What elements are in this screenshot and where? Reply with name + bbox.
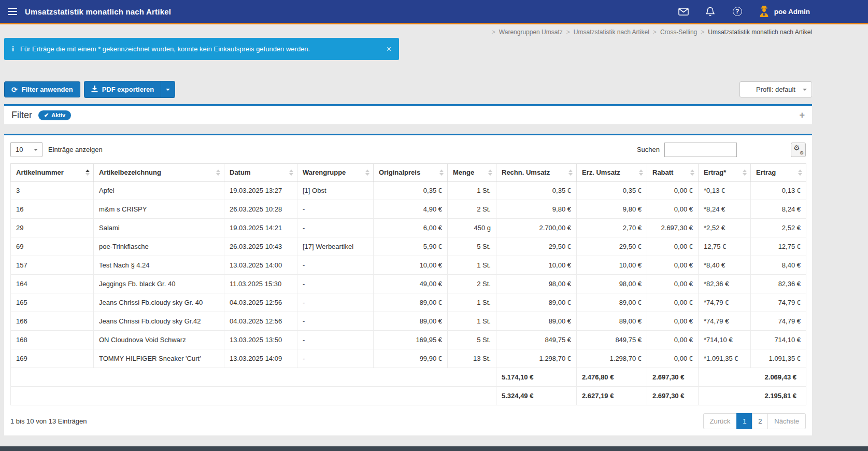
- close-icon[interactable]: ×: [387, 45, 391, 53]
- cell-ertrag: 1.091,35 €: [751, 349, 806, 368]
- sort-carets-icon: [690, 170, 694, 176]
- total-rechn-umsatz: 5.324,49 €: [496, 387, 577, 405]
- column-header-rechn-umsatz[interactable]: Rechn. Umsatz: [496, 164, 577, 181]
- sort-carets-icon: [568, 170, 573, 176]
- user-name: poe Admin: [774, 8, 810, 16]
- pdf-export-button[interactable]: PDF exportieren: [84, 81, 161, 97]
- sort-carets-icon: [439, 170, 444, 176]
- breadcrumb-separator: >: [492, 29, 495, 36]
- gear-icon: ⚙: [793, 144, 800, 151]
- results-table: ArtikelnummerArtikelbezeichnungDatumWare…: [10, 163, 806, 405]
- cell-warengruppe: -: [297, 331, 374, 349]
- cell-artikelbezeichnung: Salami: [94, 219, 224, 237]
- info-alert: i Für Erträge die mit einem * gekennzeic…: [4, 38, 399, 60]
- cell-datum: 04.03.2025 12:56: [224, 293, 297, 312]
- column-header-originalpreis[interactable]: Originalpreis: [374, 164, 448, 181]
- pdf-export-dropdown[interactable]: [161, 81, 175, 97]
- total-ertrag: 2.195,81 €: [699, 387, 806, 405]
- cell-ertrag-star: *74,79 €: [699, 293, 751, 312]
- main-content: > Warengruppen Umsatz > Umsatzstatistik …: [0, 24, 816, 446]
- cell-artikelnummer: 3: [11, 181, 94, 200]
- column-header-warengruppe[interactable]: Warengruppe: [297, 164, 374, 181]
- user-menu[interactable]: poe Admin: [759, 6, 810, 17]
- cell-artikelnummer: 166: [11, 312, 94, 331]
- cell-artikelbezeichnung: Jeans Chrissi Fb.cloudy sky Gr. 40: [94, 293, 224, 312]
- menu-icon[interactable]: [0, 0, 25, 23]
- cell-artikelnummer: 164: [11, 275, 94, 293]
- cell-rechn-umsatz: 89,00 €: [496, 293, 577, 312]
- help-icon[interactable]: ?: [732, 6, 743, 17]
- sort-carets-icon: [488, 170, 492, 176]
- table-row: 166Jeans Chrissi Fb.cloudy sky Gr.4204.0…: [11, 312, 806, 331]
- cell-artikelbezeichnung: Apfel: [94, 181, 224, 200]
- search-input[interactable]: [664, 143, 737, 157]
- cell-datum: 13.03.2025 14:00: [224, 256, 297, 275]
- cell-ertrag-star: *714,10 €: [699, 331, 751, 349]
- table-controls: 10 Einträge anzeigen Suchen ⚙ ⚙: [10, 142, 806, 157]
- cell-datum: 19.03.2025 14:21: [224, 219, 297, 237]
- cell-rechn-umsatz: 849,75 €: [496, 331, 577, 349]
- entries-info: 1 bis 10 von 13 Einträgen: [10, 417, 87, 425]
- column-header-ertrag-star[interactable]: Ertrag*: [699, 164, 751, 181]
- cell-rechn-umsatz: 89,00 €: [496, 312, 577, 331]
- bell-icon[interactable]: [705, 6, 716, 17]
- cell-warengruppe: -: [297, 256, 374, 275]
- page-size-select[interactable]: 10: [10, 142, 42, 157]
- cell-artikelnummer: 16: [11, 200, 94, 219]
- breadcrumb-item[interactable]: Warengruppen Umsatz: [499, 29, 563, 36]
- cell-ertrag: 82,36 €: [751, 275, 806, 293]
- profile-select[interactable]: Profil: default: [739, 81, 812, 97]
- pagination-page-2[interactable]: 2: [752, 413, 768, 429]
- breadcrumb-item[interactable]: Cross-Selling: [660, 29, 697, 36]
- cell-erz-umsatz: 10,00 €: [577, 256, 647, 275]
- mail-icon[interactable]: [678, 6, 689, 17]
- table-foot: 5.174,10 €2.476,80 €2.697,30 €2.069,43 €…: [11, 368, 806, 405]
- pagination-next-button[interactable]: Nächste: [767, 413, 806, 429]
- column-header-artikelbezeichnung[interactable]: Artikelbezeichnung: [94, 164, 224, 181]
- pagination-page-1[interactable]: 1: [736, 413, 752, 429]
- cell-erz-umsatz: 29,50 €: [577, 237, 647, 256]
- pagination: Zurück 1 2 Nächste: [703, 413, 806, 429]
- cell-rabatt: 0,00 €: [647, 237, 699, 256]
- column-header-artikelnummer[interactable]: Artikelnummer: [11, 164, 94, 181]
- cell-rabatt: 0,00 €: [647, 293, 699, 312]
- cell-menge: 1 St.: [448, 293, 496, 312]
- cell-warengruppe: -: [297, 312, 374, 331]
- totals-row: 5.324,49 €2.627,19 €2.697,30 €2.195,81 €: [11, 387, 806, 405]
- column-header-menge[interactable]: Menge: [448, 164, 496, 181]
- cell-rabatt: 0,00 €: [647, 331, 699, 349]
- cell-originalpreis: 89,00 €: [374, 293, 448, 312]
- gear-icon: ⚙: [800, 151, 804, 156]
- cell-ertrag-star: *8,24 €: [699, 200, 751, 219]
- column-header-datum[interactable]: Datum: [224, 164, 297, 181]
- cell-artikelnummer: 29: [11, 219, 94, 237]
- column-header-rabatt[interactable]: Rabatt: [647, 164, 699, 181]
- column-header-erz-umsatz[interactable]: Erz. Umsatz: [577, 164, 647, 181]
- cell-warengruppe: -: [297, 293, 374, 312]
- cell-menge: 1 St.: [448, 181, 496, 200]
- topbar: Umsatzstatistik monatlich nach Artikel ?…: [0, 0, 868, 23]
- gears-icon-button[interactable]: ⚙ ⚙: [791, 143, 806, 157]
- filter-active-badge: ✔ Aktiv: [38, 110, 71, 120]
- cell-warengruppe: -: [297, 349, 374, 368]
- cell-ertrag: 74,79 €: [751, 312, 806, 331]
- cell-erz-umsatz: 849,75 €: [577, 331, 647, 349]
- table-row: 169TOMMY HILFIGER Sneaker 'Curt'13.03.20…: [11, 349, 806, 368]
- pagination-prev-button[interactable]: Zurück: [703, 413, 737, 429]
- cell-rechn-umsatz: 29,50 €: [496, 237, 577, 256]
- cell-datum: 13.03.2025 13:50: [224, 331, 297, 349]
- cell-artikelbezeichnung: TOMMY HILFIGER Sneaker 'Curt': [94, 349, 224, 368]
- expand-panel-icon[interactable]: +: [799, 110, 805, 120]
- cell-ertrag-star: *74,79 €: [699, 312, 751, 331]
- cell-ertrag-star: *2,52 €: [699, 219, 751, 237]
- breadcrumb-item[interactable]: Umsatzstatistik nach Artikel: [574, 29, 649, 36]
- breadcrumb-current: Umsatzstatistik monatlich nach Artikel: [708, 29, 812, 36]
- cell-rechn-umsatz: 10,00 €: [496, 256, 577, 275]
- cell-ertrag: 8,24 €: [751, 200, 806, 219]
- sort-carets-icon: [639, 170, 643, 176]
- cell-menge: 1 St.: [448, 312, 496, 331]
- cell-rabatt: 0,00 €: [647, 312, 699, 331]
- cell-originalpreis: 169,95 €: [374, 331, 448, 349]
- column-header-ertrag[interactable]: Ertrag: [751, 164, 806, 181]
- apply-filter-button[interactable]: ⟳ Filter anwenden: [4, 81, 80, 97]
